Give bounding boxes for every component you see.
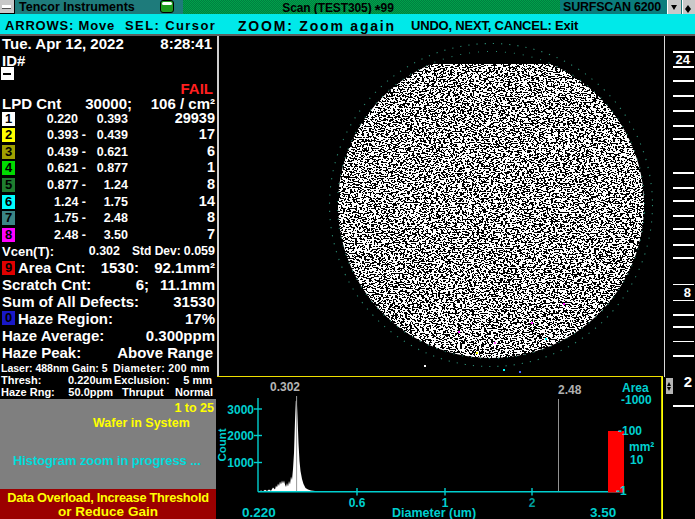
svg-text:2: 2 bbox=[529, 496, 536, 510]
svg-text:0.302: 0.302 bbox=[270, 380, 300, 394]
svg-text:-1: -1 bbox=[616, 484, 627, 498]
svg-text:Diameter (um): Diameter (um) bbox=[392, 506, 476, 519]
svg-text:Count: Count bbox=[217, 428, 228, 461]
svg-text:-1000: -1000 bbox=[621, 393, 652, 407]
svg-text:10: 10 bbox=[630, 453, 644, 467]
svg-text:3000: 3000 bbox=[227, 403, 254, 417]
svg-text:0.220: 0.220 bbox=[242, 505, 276, 519]
svg-text:mm²: mm² bbox=[629, 440, 654, 454]
svg-text:-100: -100 bbox=[618, 424, 642, 438]
svg-text:2000: 2000 bbox=[227, 429, 254, 443]
svg-text:0.6: 0.6 bbox=[349, 496, 366, 510]
svg-text:1000: 1000 bbox=[227, 456, 254, 470]
svg-text:2.48: 2.48 bbox=[558, 383, 582, 397]
svg-text:3.50: 3.50 bbox=[590, 505, 616, 519]
